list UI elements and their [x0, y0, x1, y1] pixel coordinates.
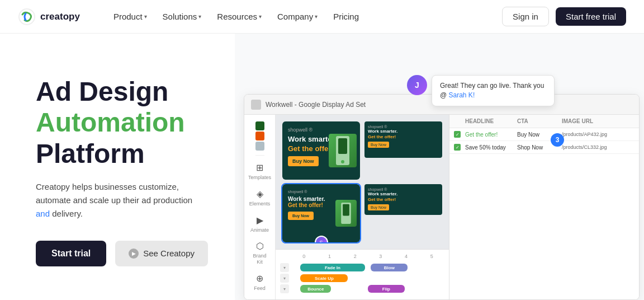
tool-elements[interactable]: ◈ Elements: [248, 185, 272, 210]
chevron-down-icon: ▾: [259, 13, 262, 20]
timeline-bar-scaleup[interactable]: Scale Up: [300, 274, 348, 282]
hero-actions: Start trial ▶ See Creatopy: [36, 241, 208, 266]
hero-panel: Ad Design Automation Platform Creatopy h…: [0, 34, 235, 300]
nav-product[interactable]: Product ▾: [107, 8, 154, 25]
ad-card-1[interactable]: shopwell ® Work smarter. Get the offer! …: [282, 121, 360, 180]
svg-point-0: [19, 9, 35, 25]
color-swatch-gray[interactable]: [255, 142, 264, 151]
ad-card-product-image: [329, 134, 357, 167]
ad-card-3[interactable]: shopwell ® Work smarter. Get the offer! …: [282, 184, 360, 242]
nav-pricing[interactable]: Pricing: [326, 8, 366, 25]
row-checkbox-2[interactable]: ✓: [454, 144, 461, 151]
selection-avatar: S: [315, 236, 328, 242]
ads-grid: shopwell ® Work smarter. Get the offer! …: [276, 115, 449, 249]
see-creatopy-button[interactable]: ▶ See Creatopy: [115, 241, 208, 266]
editor-tools-sidebar: ⊞ Templates ◈ Elements ▶ Animate ⬡ Brand…: [244, 115, 276, 299]
feed-icon: ⊕: [256, 273, 263, 284]
chevron-down-icon: ▾: [144, 13, 147, 20]
templates-icon: ⊞: [256, 162, 263, 173]
elements-icon: ◈: [257, 189, 263, 199]
track-expand-icon-2[interactable]: ▾: [280, 274, 289, 283]
logo-text: creatopy: [40, 11, 80, 22]
hero-link-and[interactable]: and: [36, 209, 50, 218]
hero-description: Creatopy helps businesses customize, aut…: [36, 180, 208, 221]
timeline-bar-fadein[interactable]: Fade In: [300, 264, 364, 271]
timeline-bar-blow[interactable]: Blow: [371, 264, 408, 271]
nav-actions: Sign in Start free trial: [502, 7, 626, 26]
timeline-ruler: 0 1 2 3 4 5: [280, 252, 444, 261]
hero-title: Ad Design Automation Platform: [36, 76, 208, 169]
color-swatch-green[interactable]: [255, 121, 264, 130]
start-trial-button[interactable]: Start trial: [36, 241, 106, 266]
tool-feed[interactable]: ⊕ Feed: [248, 270, 272, 295]
color-swatch-orange[interactable]: [255, 132, 264, 140]
timeline-tracks: ▾ Fade In Blow ▾ Scale Up: [280, 263, 444, 293]
avatar: J: [407, 75, 427, 95]
table-row: ✓ Get the offer! Buy Now /products/AP432…: [449, 128, 639, 141]
track-expand-icon-3[interactable]: ▾: [280, 284, 289, 293]
logo-icon: [18, 8, 36, 26]
badge-count: 3: [551, 133, 564, 147]
preview-panel: shopwell ® Work smarter. Get the offer! …: [364, 121, 442, 180]
tool-animate[interactable]: ▶ Animate: [248, 212, 272, 237]
notification-bubble: J Great! They can go live. Thank you @ S…: [407, 75, 555, 106]
main-content: Ad Design Automation Platform Creatopy h…: [0, 34, 644, 300]
play-icon: ▶: [129, 249, 139, 259]
preview-ad-1[interactable]: shopwell ® Work smarter. Get the offer! …: [364, 121, 442, 158]
navbar: creatopy Product ▾ Solutions ▾ Resources…: [0, 0, 644, 34]
table-row: ✓ Save 50% today Shop Now /products/CL33…: [449, 141, 639, 154]
animate-icon: ▶: [257, 215, 263, 226]
start-free-trial-button[interactable]: Start free trial: [556, 7, 626, 26]
ads-right-col: shopwell ® Work smarter. Get the offer! …: [364, 184, 442, 242]
nav-links: Product ▾ Solutions ▾ Resources ▾ Compan…: [107, 8, 502, 25]
brandkit-icon: ⬡: [256, 241, 264, 251]
tool-brandkit[interactable]: ⬡ Brand Kit: [248, 237, 272, 269]
svg-rect-2: [338, 138, 347, 154]
timeline-bar-bounce[interactable]: Bounce: [300, 285, 331, 293]
right-panel: J Great! They can go live. Thank you @ S…: [235, 34, 644, 300]
preview-ad-2[interactable]: shopwell ® Work smarter. Get the offer! …: [364, 184, 442, 215]
editor-canvas: shopwell ® Work smarter. Get the offer! …: [276, 115, 449, 299]
svg-rect-5: [343, 204, 349, 216]
editor-window: Workwell - Google Display Ad Set ⊞ Templ…: [244, 94, 640, 300]
tool-templates[interactable]: ⊞ Templates: [248, 159, 272, 184]
editor-body: ⊞ Templates ◈ Elements ▶ Animate ⬡ Brand…: [244, 115, 639, 299]
editor-timeline: 0 1 2 3 4 5 ▾ Fade In: [276, 249, 449, 299]
row-checkbox-1[interactable]: ✓: [454, 131, 461, 138]
editor-title: Workwell - Google Display Ad Set: [266, 101, 366, 109]
notification-text: Great! They can go live. Thank you @ Sar…: [432, 75, 555, 106]
signin-button[interactable]: Sign in: [502, 7, 549, 26]
tool-uploads[interactable]: ⬆ Uploads: [248, 296, 272, 299]
nav-company[interactable]: Company ▾: [271, 8, 324, 25]
chevron-down-icon: ▾: [315, 13, 318, 20]
hero-automation: Automation: [36, 107, 185, 137]
ad-card-product-image-3: [335, 200, 357, 227]
editor-data-panel: HEADLINE CTA IMAGE URL ✓ Get the offer! …: [449, 115, 639, 299]
data-table-header: HEADLINE CTA IMAGE URL: [449, 115, 639, 128]
timeline-bar-flip[interactable]: Flip: [368, 285, 405, 293]
nav-solutions[interactable]: Solutions ▾: [156, 8, 209, 25]
editor-icon: [251, 100, 261, 110]
timeline-track-3: ▾ Bounce Flip: [280, 284, 444, 293]
logo[interactable]: creatopy: [18, 8, 80, 26]
svg-point-3: [341, 160, 344, 163]
timeline-track-2: ▾ Scale Up: [280, 274, 444, 283]
track-expand-icon[interactable]: ▾: [280, 263, 289, 272]
timeline-track-1: ▾ Fade In Blow: [280, 263, 444, 272]
nav-resources[interactable]: Resources ▾: [210, 8, 268, 25]
chevron-down-icon: ▾: [198, 13, 201, 20]
